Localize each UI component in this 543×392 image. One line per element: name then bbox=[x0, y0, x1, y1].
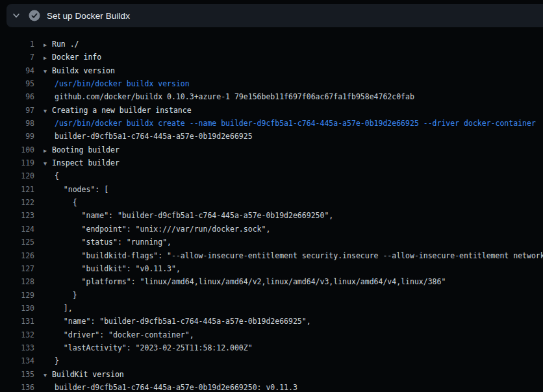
line-number[interactable]: 134 bbox=[0, 354, 34, 367]
log-line-body: "name": "builder-d9cfb5a1-c764-445a-a57e… bbox=[44, 211, 333, 220]
log-line-body: github.com/docker/buildx 0.10.3+azure-1 … bbox=[44, 92, 414, 101]
line-number[interactable]: 100 bbox=[0, 143, 34, 156]
log-output-text: } bbox=[44, 356, 59, 365]
log-line: 126 "buildkitd-flags": "--allow-insecure… bbox=[0, 249, 543, 262]
log-group-title[interactable]: BuildKit version bbox=[52, 370, 124, 379]
log-line-body: ], bbox=[44, 304, 73, 313]
log-line-body: ▶Booting builder bbox=[44, 145, 120, 154]
line-number[interactable]: 121 bbox=[0, 183, 34, 196]
log-output-text: "platforms": "linux/amd64,linux/amd64/v2… bbox=[44, 277, 446, 286]
check-circle-icon bbox=[29, 10, 40, 21]
disclosure-triangle-expanded-icon[interactable]: ▼ bbox=[44, 369, 52, 381]
log-output-text: "status": "running", bbox=[44, 238, 171, 247]
log-line: 129 } bbox=[0, 289, 543, 302]
line-number[interactable]: 97 bbox=[0, 104, 34, 117]
log-group-title[interactable]: Creating a new builder instance bbox=[52, 106, 192, 115]
line-number[interactable]: 98 bbox=[0, 117, 34, 130]
log-line: 120{ bbox=[0, 169, 543, 182]
log-group-title[interactable]: Buildx version bbox=[52, 66, 115, 75]
line-number[interactable]: 7 bbox=[0, 51, 34, 64]
line-number[interactable]: 94 bbox=[0, 64, 34, 77]
line-number[interactable]: 120 bbox=[0, 169, 34, 182]
line-number[interactable]: 130 bbox=[0, 302, 34, 315]
log-line: 124 "endpoint": "unix:///var/run/docker.… bbox=[0, 223, 543, 236]
log-line[interactable]: 97▼Creating a new builder instance bbox=[0, 104, 543, 117]
log-output-text: { bbox=[44, 198, 77, 207]
log-line: 133 "lastActivity": "2023-02-25T11:58:12… bbox=[0, 341, 543, 354]
line-number[interactable]: 133 bbox=[0, 341, 34, 354]
disclosure-triangle-collapsed-icon[interactable]: ▶ bbox=[44, 51, 52, 64]
disclosure-triangle-collapsed-icon[interactable]: ▶ bbox=[44, 38, 52, 51]
log-output-text: { bbox=[44, 171, 59, 180]
log-line[interactable]: 100▶Booting builder bbox=[0, 143, 543, 156]
log-line-body: ▼Inspect builder bbox=[44, 158, 120, 167]
log-line-body: } bbox=[44, 291, 77, 300]
line-number[interactable]: 99 bbox=[0, 130, 34, 143]
line-number[interactable]: 123 bbox=[0, 209, 34, 222]
log-line[interactable]: 135▼BuildKit version bbox=[0, 368, 543, 381]
log-line-body: } bbox=[44, 356, 59, 365]
line-number[interactable]: 125 bbox=[0, 236, 34, 249]
log-line-body: "buildkit": "v0.11.3", bbox=[44, 264, 181, 273]
log-line: 95/usr/bin/docker buildx version bbox=[0, 77, 543, 90]
log-line-body: "driver": "docker-container", bbox=[44, 330, 194, 339]
log-output-text: } bbox=[44, 291, 77, 300]
log-output-text: ], bbox=[44, 304, 73, 313]
log-line[interactable]: 1▶Run ./ bbox=[0, 38, 543, 51]
line-number[interactable]: 135 bbox=[0, 368, 34, 381]
log-line-body: builder-d9cfb5a1-c764-445a-a57e-0b19d2e6… bbox=[44, 383, 297, 392]
log-line: 98/usr/bin/docker buildx create --name b… bbox=[0, 117, 543, 130]
line-number[interactable]: 122 bbox=[0, 196, 34, 209]
log-line-body: { bbox=[44, 198, 77, 207]
log-line[interactable]: 94▼Buildx version bbox=[0, 64, 543, 77]
line-number[interactable]: 95 bbox=[0, 77, 34, 90]
log-line-body: ▶Docker info bbox=[44, 53, 101, 62]
log-line-body: "nodes": [ bbox=[44, 185, 108, 194]
disclosure-triangle-expanded-icon[interactable]: ▼ bbox=[44, 65, 52, 77]
line-number[interactable]: 136 bbox=[0, 381, 34, 392]
log-line: 134} bbox=[0, 354, 543, 367]
line-number[interactable]: 1 bbox=[0, 38, 34, 51]
log-line: 136builder-d9cfb5a1-c764-445a-a57e-0b19d… bbox=[0, 381, 543, 392]
log-line[interactable]: 7▶Docker info bbox=[0, 51, 543, 64]
log-line[interactable]: 119▼Inspect builder bbox=[0, 156, 543, 169]
log-line-body: ▶Run ./ bbox=[44, 40, 79, 49]
log-line: 123 "name": "builder-d9cfb5a1-c764-445a-… bbox=[0, 209, 543, 222]
line-number[interactable]: 127 bbox=[0, 262, 34, 275]
log-group-title[interactable]: Inspect builder bbox=[52, 158, 120, 167]
log-group-title[interactable]: Booting builder bbox=[52, 145, 120, 154]
log-command-text: /usr/bin/docker buildx create --name bui… bbox=[44, 119, 536, 128]
log-output-text: "endpoint": "unix:///var/run/docker.sock… bbox=[44, 225, 270, 234]
log-line-body: "endpoint": "unix:///var/run/docker.sock… bbox=[44, 225, 270, 234]
log-line: 121 "nodes": [ bbox=[0, 183, 543, 196]
disclosure-triangle-collapsed-icon[interactable]: ▶ bbox=[44, 144, 52, 156]
log-line-body: "status": "running", bbox=[44, 238, 171, 247]
line-number[interactable]: 126 bbox=[0, 249, 34, 262]
log-line-body: "platforms": "linux/amd64,linux/amd64/v2… bbox=[44, 277, 446, 286]
log-output-text: "buildkitd-flags": "--allow-insecure-ent… bbox=[44, 251, 543, 260]
disclosure-triangle-expanded-icon[interactable]: ▼ bbox=[44, 157, 52, 169]
step-header[interactable]: Set up Docker Buildx bbox=[6, 4, 543, 27]
workflow-log-viewer: Set up Docker Buildx 1▶Run ./7▶Docker in… bbox=[0, 0, 543, 392]
line-number[interactable]: 131 bbox=[0, 315, 34, 328]
log-line-body: "lastActivity": "2023-02-25T11:58:12.000… bbox=[44, 343, 253, 352]
disclosure-triangle-expanded-icon[interactable]: ▼ bbox=[44, 104, 52, 117]
line-number[interactable]: 119 bbox=[0, 156, 34, 169]
log-line: 127 "buildkit": "v0.11.3", bbox=[0, 262, 543, 275]
log-line: 130 ], bbox=[0, 302, 543, 315]
line-number[interactable]: 96 bbox=[0, 90, 34, 103]
log-output-text: "driver": "docker-container", bbox=[44, 330, 194, 339]
log-command-text: /usr/bin/docker buildx version bbox=[44, 79, 190, 88]
line-number[interactable]: 129 bbox=[0, 289, 34, 302]
log-line: 122 { bbox=[0, 196, 543, 209]
step-title: Set up Docker Buildx bbox=[47, 11, 130, 21]
chevron-down-icon[interactable] bbox=[10, 10, 22, 21]
log-group-title[interactable]: Run ./ bbox=[52, 40, 79, 49]
log-line-body: /usr/bin/docker buildx create --name bui… bbox=[44, 119, 536, 128]
log-group-title[interactable]: Docker info bbox=[52, 53, 101, 62]
line-number[interactable]: 128 bbox=[0, 275, 34, 288]
line-number[interactable]: 124 bbox=[0, 223, 34, 236]
log-line-body: /usr/bin/docker buildx version bbox=[44, 79, 190, 88]
line-number[interactable]: 132 bbox=[0, 328, 34, 341]
log-lines: 1▶Run ./7▶Docker info94▼Buildx version95… bbox=[0, 27, 543, 392]
